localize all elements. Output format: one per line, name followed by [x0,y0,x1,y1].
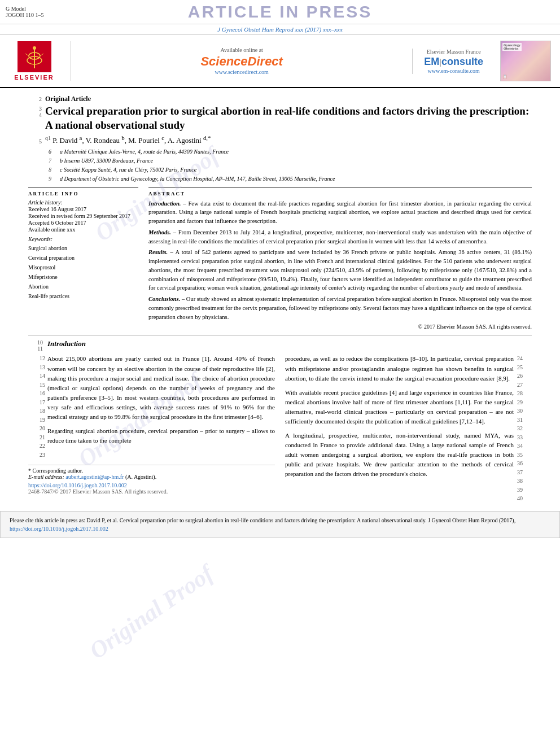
keyword-6: Real-life practices [28,291,138,301]
available-online: Available online xxx [28,226,138,233]
line-num-5: 5 [28,138,45,145]
affiliation-a: a Maternité Clinique Jules-Verne, 4, rou… [60,147,229,156]
right-paragraph-1: procedure, as well as to reduce the comp… [285,354,514,383]
left-line-numbers: 12 13 14 15 16 17 18 19 20 21 22 23 [28,354,45,459]
right-line-numbers: 24 25 26 27 28 29 30 31 32 33 34 35 36 3… [516,354,532,503]
right-paragraph-2: With available recent practice guideline… [285,388,514,426]
g-model-label: G Model JOGOH 110 1–5 [6,6,73,18]
sciencedirect-url: www.sciencedirect.com [215,69,268,75]
keyword-1: Surgical abortion [28,243,138,253]
elsevier-tree-icon [21,43,48,71]
svg-point-2 [33,46,36,50]
conclusions-text: – Our study showed an almost systematic … [148,296,532,320]
doi-section: https://doi.org/10.1016/j.jogoh.2017.10.… [28,482,275,495]
section-divider [28,335,532,336]
abstract-results: Results. – A total of 542 patients agree… [148,248,532,292]
intro-paragraph-1: About 215,000 abortions are yearly carri… [47,354,275,421]
abstract-introduction: Introduction. – Few data exist to docume… [148,199,532,226]
conclusions-label: Conclusions. [148,296,180,302]
line-num-2: 2 [28,96,45,102]
keywords-list: Surgical abortion Cervical preparation M… [28,243,138,301]
em-consulte-section: Elsevier Masson France EM|consulte www.e… [412,49,495,74]
email-note: E-mail address: aubert.agostini@ap-hm.fr… [28,474,275,480]
affiliation-b: b Inserm U897, 33000 Bordeaux, France [60,156,153,165]
affiliation-c: c Société Kappa Santé, 4, rue de Cléry, … [60,165,196,174]
revised-date: Received in revised form 29 September 20… [28,213,138,219]
authors-line: q1 P. David a, V. Rondeau b, M. Pouriel … [45,134,211,145]
citation-bar: Please cite this article in press as: Da… [0,511,560,538]
abstract-methods: Methods. – From December 2013 to July 20… [148,228,532,246]
results-label: Results. [148,249,168,255]
article-title: Cervical preparation prior to surgical a… [45,104,532,132]
g-model-text: G Model [6,6,73,12]
keyword-3: Misoprostol [28,263,138,272]
elsevier-wordmark: ELSEVIER [14,74,54,81]
elsevier-logo: ELSEVIER [9,41,71,81]
citation-doi-link[interactable]: https://doi.org/10.1016/j.jogoh.2017.10.… [10,526,108,532]
sciencedirect-section: Available online at ScienceDirect www.sc… [71,47,412,75]
article-in-press-banner: ARTICLE IN PRESS [73,2,487,21]
affiliation-d: d Department of Obstetric and Gynecology… [60,174,335,184]
affiliations: 6a Maternité Clinique Jules-Verne, 4, ro… [49,147,532,184]
abstract-conclusions: Conclusions. – Our study showed an almos… [148,295,532,321]
available-online-text: Available online at [221,47,263,53]
original-article-label: Original Article [45,95,91,103]
abstract-label: Abstract [148,191,532,196]
intro-text: – Few data exist to document the real-li… [148,200,532,225]
abstract-copyright: © 2017 Elsevier Masson SAS. All rights r… [148,324,532,330]
intro-paragraph-2: Regarding surgical abortion procedure, c… [47,426,275,445]
sciencedirect-logo: ScienceDirect [200,54,283,69]
body-left-column: 12 13 14 15 16 17 18 19 20 21 22 23 [28,354,275,503]
keyword-5: Abortion [28,282,138,291]
right-paragraph-3: A longitudinal, prospective, multicenter… [285,431,514,479]
email-address: aubert.agostini@ap-hm.fr [65,474,124,480]
intro-label: Introduction. [148,200,181,207]
results-text: – A total of 542 patients agreed to part… [148,249,532,291]
em-url: www.em-consulte.com [428,68,480,74]
citation-text: Please cite this article in press as: Da… [10,517,515,523]
body-right-column: procedure, as well as to reduce the comp… [285,354,532,503]
accepted-date: Accepted 6 October 2017 [28,220,138,226]
article-history-label: Article history: [28,199,138,206]
methods-label: Methods. [148,229,171,235]
corresponding-note: * Corresponding author. [28,468,275,474]
journal-cover-thumbnail: GynecologyObstetrics 📋 [500,41,551,81]
em-consulte-logo: EM|consulte [424,56,483,68]
watermark-3: Original Proof [84,560,218,665]
issn-line: 2468-7847/© 2017 Elsevier Masson SAS. Al… [28,488,275,495]
jogoh-text: JOGOH 110 1–5 [6,12,73,18]
email-suffix: (A. Agostini). [125,474,156,480]
elsevier-masson-text: Elsevier Masson France [427,49,481,55]
received-date: Received 16 August 2017 [28,206,138,212]
introduction-heading: Introduction [47,339,86,352]
article-info-section: Article info Article history: Received 1… [28,187,138,330]
email-label: E-mail address: [28,474,64,480]
doi-link: https://doi.org/10.1016/j.jogoh.2017.10.… [28,482,275,488]
article-info-label: Article info [28,191,138,196]
keyword-2: Cervical preparation [28,253,138,263]
line-num-3: 3 4 [28,104,45,118]
journal-header-line: J Gynecol Obstet Hum Reprod xxx (2017) x… [0,24,560,35]
footnote-area: * Corresponding author. E-mail address: … [28,465,275,480]
abstract-section: Abstract Introduction. – Few data exist … [148,187,532,330]
line-num-10: 10 11 [28,339,45,352]
keywords-label: Keywords: [28,236,138,242]
methods-text: – From December 2013 to July 2014, a lon… [148,229,532,244]
keyword-4: Mifepristone [28,272,138,282]
